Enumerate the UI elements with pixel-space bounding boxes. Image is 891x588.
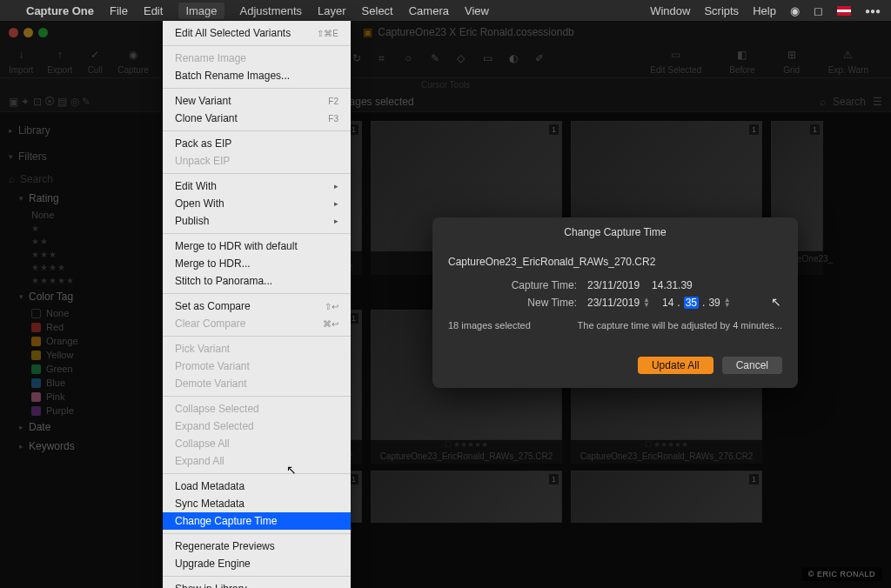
capture-time-label: Capture Time: [448, 279, 587, 291]
menu-item: Pick Variant [163, 340, 351, 357]
menu-item: Expand All [163, 452, 351, 470]
status-indicator: ●●● [865, 6, 881, 16]
menu-scripts[interactable]: Scripts [704, 4, 739, 17]
menu-item[interactable]: Publish▸ [163, 212, 351, 230]
menu-window[interactable]: Window [650, 4, 690, 17]
menu-item[interactable]: Open With▸ [163, 195, 351, 212]
menu-item[interactable]: Pack as EIP [163, 135, 351, 152]
change-capture-time-dialog: Change Capture Time CaptureOne23_EricRon… [432, 217, 798, 388]
menu-item[interactable]: Merge to HDR with default [163, 237, 351, 255]
cancel-button[interactable]: Cancel [722, 357, 782, 374]
menu-select[interactable]: Select [362, 4, 393, 17]
menu-item[interactable]: Change Capture Time [163, 512, 351, 530]
minutes-segment[interactable]: 35 [684, 297, 699, 309]
menu-item[interactable]: Load Metadata [163, 478, 351, 495]
menu-item[interactable]: Batch Rename Images... [163, 67, 351, 84]
menu-item[interactable]: New VariantF2 [163, 92, 351, 110]
time-stepper[interactable]: ▲▼ [724, 297, 731, 308]
menu-item[interactable]: Merge to HDR... [163, 255, 351, 272]
app-name[interactable]: Capture One [26, 4, 94, 17]
menu-item: Promote Variant [163, 357, 351, 375]
dialog-filename: CaptureOne23_EricRonald_RAWs_270.CR2 [448, 252, 782, 277]
adjustment-info: The capture time will be adjusted by 4 m… [578, 320, 782, 331]
capture-time-value: 14.31.39 [652, 279, 693, 291]
menu-file[interactable]: File [110, 4, 128, 17]
menu-item[interactable]: Sync Metadata [163, 495, 351, 512]
menu-item: Collapse Selected [163, 400, 351, 418]
menu-item[interactable]: Upgrade Engine [163, 555, 351, 572]
menu-item[interactable]: Edit With▸ [163, 177, 351, 195]
menu-layer[interactable]: Layer [318, 4, 346, 17]
selection-count: 18 images selected [448, 320, 531, 331]
menu-item[interactable]: Edit All Selected Variants⇧⌘E [163, 24, 351, 42]
menu-item: Unpack EIP [163, 152, 351, 170]
update-all-button[interactable]: Update All [638, 357, 713, 374]
menu-camera[interactable]: Camera [409, 4, 449, 17]
menu-image[interactable]: Image [178, 3, 224, 19]
menu-item[interactable]: Set as Compare⇧↩ [163, 297, 351, 315]
date-stepper[interactable]: ▲▼ [643, 297, 650, 308]
capture-date-value: 23/11/2019 [587, 279, 640, 291]
menu-item: Clear Compare⌘↩ [163, 315, 351, 332]
dialog-title: Change Capture Time [432, 217, 798, 245]
menu-help[interactable]: Help [753, 4, 776, 17]
new-time-label: New Time: [448, 297, 587, 309]
menu-item[interactable]: Stitch to Panorama... [163, 272, 351, 290]
record-icon[interactable]: ◉ [790, 4, 800, 17]
menu-item[interactable]: Show in Library [163, 580, 351, 588]
menu-item[interactable]: Regenerate Previews [163, 538, 351, 555]
menu-item: Collapse All [163, 435, 351, 452]
menu-edit[interactable]: Edit [144, 4, 163, 17]
menu-item[interactable]: Clone VariantF3 [163, 110, 351, 127]
menu-adjustments[interactable]: Adjustments [240, 4, 303, 17]
menubar: Capture One File Edit Image Adjustments … [0, 0, 891, 21]
menu-item: Demote Variant [163, 375, 351, 392]
image-menu-dropdown: Edit All Selected Variants⇧⌘ERename Imag… [163, 21, 351, 588]
menu-view[interactable]: View [465, 4, 489, 17]
menu-item: Rename Image [163, 50, 351, 67]
flag-icon[interactable] [837, 6, 851, 16]
menu-item: Expand Selected [163, 418, 351, 435]
new-time-field[interactable]: 14.35.39 ▲▼ [662, 297, 731, 309]
new-date-field[interactable]: 23/11/2019 ▲▼ [587, 297, 650, 309]
square-icon[interactable]: ◻ [814, 4, 823, 17]
